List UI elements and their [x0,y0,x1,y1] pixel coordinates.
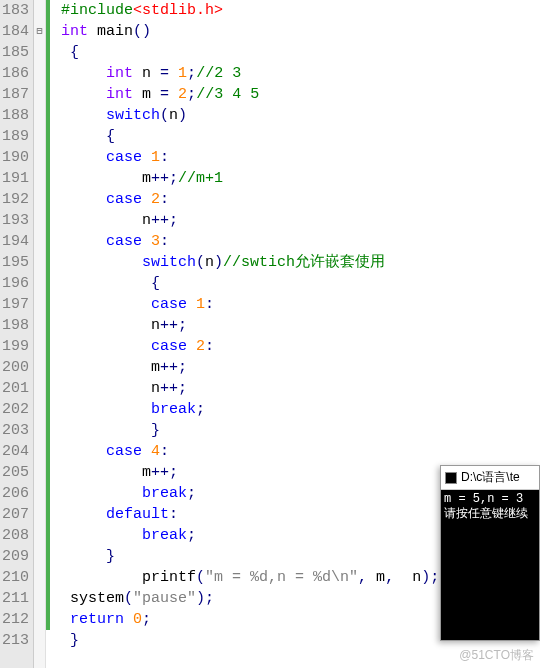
fold-marker [34,189,45,210]
code-line[interactable]: { [52,273,540,294]
line-number: 193 [2,210,29,231]
code-line[interactable]: case 2: [52,336,540,357]
fold-marker [34,525,45,546]
line-number: 189 [2,126,29,147]
fold-marker [34,273,45,294]
code-line[interactable]: m++;//m+1 [52,168,540,189]
line-number: 183 [2,0,29,21]
line-number: 199 [2,336,29,357]
fold-marker [34,210,45,231]
fold-marker [34,357,45,378]
fold-marker [34,0,45,21]
fold-marker[interactable]: ⊟ [34,21,45,42]
line-number: 186 [2,63,29,84]
fold-marker [34,252,45,273]
line-number: 213 [2,630,29,651]
fold-marker [34,105,45,126]
watermark: @51CTO博客 [459,647,534,664]
console-title-text: D:\c语言\te [461,469,520,486]
console-window[interactable]: D:\c语言\te m = 5,n = 3 请按任意键继续 [440,465,540,641]
line-number: 207 [2,504,29,525]
console-output[interactable]: m = 5,n = 3 请按任意键继续 [441,490,539,640]
line-number: 212 [2,609,29,630]
line-number: 194 [2,231,29,252]
fold-marker [34,63,45,84]
code-line[interactable]: } [52,420,540,441]
line-number: 184 [2,21,29,42]
fold-marker [34,420,45,441]
fold-marker [34,336,45,357]
line-number: 187 [2,84,29,105]
line-number: 206 [2,483,29,504]
fold-marker [34,126,45,147]
fold-marker [34,378,45,399]
line-number-gutter: 1831841851861871881891901911921931941951… [0,0,34,668]
line-number: 202 [2,399,29,420]
fold-marker [34,294,45,315]
line-number: 200 [2,357,29,378]
line-number: 185 [2,42,29,63]
code-line[interactable]: n++; [52,210,540,231]
line-number: 197 [2,294,29,315]
code-line[interactable]: case 3: [52,231,540,252]
line-number: 201 [2,378,29,399]
code-line[interactable]: #include<stdlib.h> [52,0,540,21]
fold-marker [34,504,45,525]
fold-marker [34,630,45,651]
line-number: 209 [2,546,29,567]
fold-marker [34,483,45,504]
console-titlebar[interactable]: D:\c语言\te [441,466,539,490]
console-line: m = 5,n = 3 [444,492,523,506]
fold-marker [34,546,45,567]
fold-marker [34,231,45,252]
fold-marker [34,462,45,483]
line-number: 195 [2,252,29,273]
console-app-icon [445,472,457,484]
code-line[interactable]: n++; [52,315,540,336]
line-number: 188 [2,105,29,126]
fold-marker [34,315,45,336]
line-number: 196 [2,273,29,294]
code-line[interactable]: int m = 2;//3 4 5 [52,84,540,105]
fold-marker [34,567,45,588]
fold-marker [34,441,45,462]
code-line[interactable]: int main() [52,21,540,42]
code-line[interactable]: { [52,126,540,147]
code-line[interactable]: { [52,42,540,63]
fold-marker-column[interactable]: ⊟ [34,0,46,668]
line-number: 210 [2,567,29,588]
fold-marker [34,399,45,420]
line-number: 205 [2,462,29,483]
line-number: 198 [2,315,29,336]
code-line[interactable]: switch(n)//swtich允许嵌套使用 [52,252,540,273]
fold-marker [34,168,45,189]
fold-marker [34,588,45,609]
fold-marker [34,609,45,630]
fold-marker [34,42,45,63]
code-line[interactable]: case 2: [52,189,540,210]
code-line[interactable]: int n = 1;//2 3 [52,63,540,84]
console-line: 请按任意键继续 [444,507,528,521]
line-number: 192 [2,189,29,210]
code-line[interactable]: case 1: [52,294,540,315]
code-line[interactable]: case 1: [52,147,540,168]
line-number: 211 [2,588,29,609]
code-line[interactable]: m++; [52,357,540,378]
code-line[interactable]: case 4: [52,441,540,462]
line-number: 190 [2,147,29,168]
line-number: 204 [2,441,29,462]
line-number: 191 [2,168,29,189]
fold-marker [34,147,45,168]
code-line[interactable]: switch(n) [52,105,540,126]
code-line[interactable]: n++; [52,378,540,399]
line-number: 203 [2,420,29,441]
fold-marker [34,84,45,105]
code-line[interactable]: break; [52,399,540,420]
line-number: 208 [2,525,29,546]
